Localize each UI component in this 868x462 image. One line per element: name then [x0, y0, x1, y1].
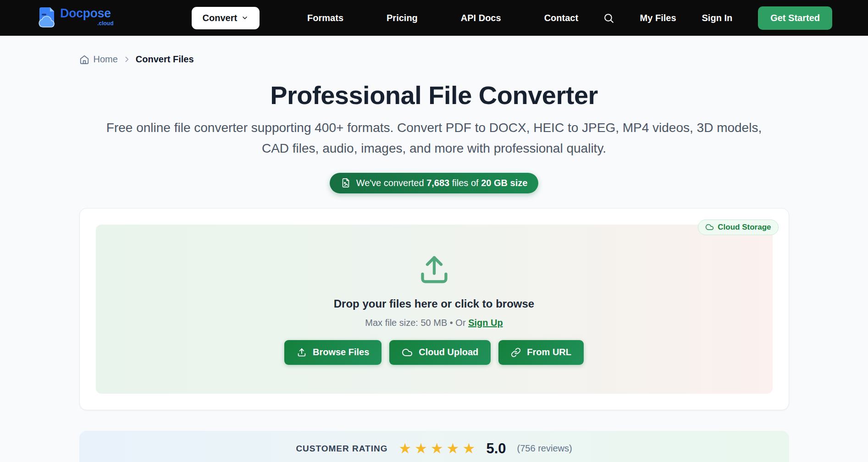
rating-reviews: (756 reviews) [517, 443, 572, 454]
upload-icon [297, 347, 307, 358]
dropzone-title: Drop your files here or click to browse [334, 297, 534, 310]
nav-link-contact[interactable]: Contact [544, 13, 578, 23]
upload-actions: Browse Files Cloud Upload From URL [284, 340, 584, 365]
upload-card: Cloud Storage Drop your files here or cl… [79, 208, 789, 410]
file-dropzone[interactable]: Drop your files here or click to browse … [96, 225, 773, 394]
conversion-stats-badge: We've converted 7,683 files of 20 GB siz… [330, 173, 539, 193]
cloud-upload-button[interactable]: Cloud Upload [389, 340, 491, 365]
brand-logo[interactable]: Docpose .cloud [36, 6, 113, 29]
chevron-right-icon [123, 55, 131, 63]
search-button[interactable] [603, 12, 614, 24]
rating-label: CUSTOMER RATING [296, 444, 387, 454]
cloud-storage-label: Cloud Storage [718, 223, 771, 232]
cloud-icon [402, 347, 413, 358]
brand-tld: .cloud [97, 20, 113, 27]
link-icon [511, 347, 521, 358]
nav-link-pricing[interactable]: Pricing [387, 13, 418, 23]
nav-link-my-files[interactable]: My Files [640, 13, 676, 23]
search-icon [603, 12, 614, 24]
stats-text: We've converted 7,683 files of 20 GB siz… [356, 178, 528, 188]
main-content: Home Convert Files Professional File Con… [79, 54, 789, 410]
dropzone-note: Max file size: 50 MB • Or Sign Up [365, 318, 503, 328]
breadcrumb: Home Convert Files [79, 54, 789, 65]
star-icon: ★ [447, 441, 459, 456]
browse-files-button[interactable]: Browse Files [284, 340, 381, 365]
docpose-logo-icon [36, 6, 57, 29]
star-row: ★★★★★ [398, 441, 475, 456]
customer-rating-bar: CUSTOMER RATING ★★★★★ 5.0 (756 reviews) [79, 431, 789, 462]
brand-name: Docpose [60, 6, 111, 20]
nav-right-group: My Files Sign In Get Started [603, 6, 832, 30]
rating-row: CUSTOMER RATING ★★★★★ 5.0 (756 reviews) [296, 440, 572, 458]
home-icon [79, 55, 89, 65]
cloud-icon [705, 223, 714, 231]
nav-link-formats[interactable]: Formats [307, 13, 343, 23]
star-icon: ★ [398, 441, 411, 456]
page-title: Professional File Converter [79, 80, 789, 110]
convert-menu-label: Convert [203, 13, 238, 23]
breadcrumb-home-label: Home [94, 54, 118, 65]
star-icon: ★ [431, 441, 443, 456]
chevron-down-icon [241, 14, 249, 22]
from-url-button[interactable]: From URL [498, 340, 584, 365]
rating-score: 5.0 [486, 440, 506, 457]
top-nav: Docpose .cloud Convert Formats Pricing A… [0, 0, 868, 36]
star-icon: ★ [415, 441, 427, 456]
file-image-icon [341, 178, 351, 188]
cloud-upload-label: Cloud Upload [419, 347, 478, 358]
browse-files-label: Browse Files [313, 347, 369, 358]
get-started-button[interactable]: Get Started [758, 6, 832, 30]
breadcrumb-current: Convert Files [136, 54, 194, 65]
sign-up-link[interactable]: Sign Up [468, 318, 503, 328]
sign-in-link[interactable]: Sign In [702, 13, 733, 23]
star-icon: ★ [463, 441, 475, 456]
nav-links: Formats Pricing API Docs Contact [307, 13, 578, 23]
from-url-label: From URL [527, 347, 571, 358]
upload-icon [418, 253, 451, 286]
cloud-storage-badge: Cloud Storage [698, 220, 778, 235]
breadcrumb-home-link[interactable]: Home [79, 54, 118, 65]
convert-menu-button[interactable]: Convert [192, 7, 260, 29]
page-subtitle: Free online file converter supporting 40… [97, 117, 771, 159]
nav-link-api-docs[interactable]: API Docs [461, 13, 501, 23]
